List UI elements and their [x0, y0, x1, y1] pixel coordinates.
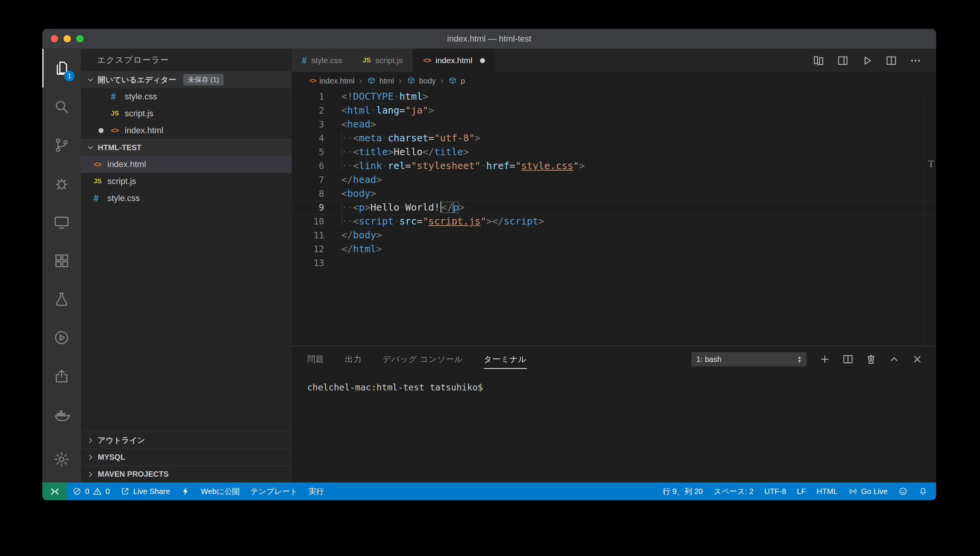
close-panel-button[interactable] [911, 353, 923, 365]
status-text: 0 [105, 487, 110, 496]
file-index.html[interactable]: <>index.html [81, 156, 292, 173]
eol-status[interactable]: LF [791, 482, 811, 500]
remote-indicator[interactable] [42, 482, 67, 500]
activity-run-circle[interactable] [42, 318, 81, 357]
code-token: < [341, 119, 347, 130]
encoding-status[interactable]: UTF-8 [759, 482, 792, 500]
maximize-panel-button[interactable] [888, 353, 900, 365]
cursor-position-status[interactable]: 行 9、列 20 [657, 482, 708, 500]
panel-tab-debug-console[interactable]: デバッグ コンソール [383, 346, 463, 372]
code-line-12[interactable]: 12</html> [292, 242, 936, 256]
tab-script.js[interactable]: JSscript.js [353, 49, 413, 72]
close-icon [911, 353, 923, 365]
close-window-button[interactable] [51, 35, 58, 42]
feedback-status[interactable] [893, 482, 913, 500]
activity-source-control[interactable] [42, 126, 81, 164]
panel-tab-terminal[interactable]: ターミナル [484, 346, 527, 372]
code-line-6[interactable]: 6··<link·rel="stylesheet"·href="style.cs… [292, 159, 936, 173]
open-editors-header[interactable]: 開いているエディター未保存 (1) [81, 71, 292, 88]
terminal-shell-select[interactable]: 1: bash ▲▼ [691, 352, 807, 367]
code-token: < [353, 202, 359, 213]
new-terminal-button[interactable] [819, 353, 831, 365]
open-preview-button[interactable] [837, 55, 849, 67]
more-actions-button[interactable] [910, 55, 921, 67]
plus-icon [819, 353, 831, 365]
activity-live-share[interactable] [42, 357, 81, 395]
activity-test[interactable] [42, 280, 81, 318]
terminal-output[interactable]: chelchel-mac:html-test tatsuhiko$ [292, 372, 936, 482]
split-terminal-button[interactable] [842, 353, 854, 365]
titlebar[interactable]: index.html — html-test [42, 29, 936, 49]
go-live-status[interactable]: Go Live [843, 482, 893, 500]
code-token: Hello [370, 202, 399, 213]
code-line-13[interactable]: 13 [292, 256, 936, 270]
activity-search[interactable] [42, 87, 81, 126]
code-line-2[interactable]: 2<html·lang="ja"> [292, 104, 936, 117]
code-token: > [486, 216, 492, 227]
section-outline[interactable]: アウトライン [81, 432, 292, 449]
code-token: > [579, 160, 585, 171]
open-editor-index.html[interactable]: <>index.html [81, 122, 292, 139]
activity-extensions[interactable] [42, 241, 81, 280]
notifications-status[interactable] [913, 482, 933, 500]
code-token: ·· [341, 160, 353, 171]
tab-index.html[interactable]: <>index.html [413, 49, 495, 72]
open-changes-button[interactable] [813, 55, 824, 67]
minimap[interactable]: T [923, 90, 936, 346]
run-code-button[interactable] [861, 55, 873, 67]
minimize-window-button[interactable] [64, 35, 71, 42]
file-script.js[interactable]: JSscript.js [81, 173, 292, 190]
folder-header[interactable]: HTML-TEST [81, 139, 292, 156]
activity-explorer[interactable]: 1 [42, 49, 81, 87]
code-line-11[interactable]: 11</body> [292, 228, 936, 242]
breadcrumb-separator: › [359, 75, 362, 86]
breadcrumb-item-html[interactable]: html [367, 76, 394, 85]
chevronRight-icon [85, 452, 95, 462]
file-style.css[interactable]: #style.css [81, 190, 292, 207]
code-line-4[interactable]: 4··<meta·charset="utf-8"> [292, 131, 936, 145]
code-line-8[interactable]: 8<body> [292, 187, 936, 201]
code-token: · [480, 160, 486, 171]
code-line-9[interactable]: 9··<p>Hello·World!</p> [292, 201, 936, 214]
code-token: · [382, 132, 388, 144]
live-share-status[interactable]: Live Share [115, 482, 176, 500]
line-content: ··<script·src="script.js"></script> [341, 214, 544, 228]
language-status[interactable]: HTML [811, 482, 843, 500]
code-line-1[interactable]: 1<!DOCTYPE·html> [292, 90, 936, 104]
activity-remote-explorer[interactable] [42, 203, 81, 241]
activity-docker[interactable] [42, 395, 81, 434]
code-line-7[interactable]: 7</head> [292, 173, 936, 187]
status-left: 00Live ShareWebに公開テンプレート実行 [42, 482, 329, 500]
kill-terminal-button[interactable] [865, 353, 877, 365]
code-line-10[interactable]: 10··<script·src="script.js"></script> [292, 214, 936, 228]
code-line-3[interactable]: 3<head> [292, 117, 936, 131]
breadcrumb-item-index.html[interactable]: <>index.html [309, 77, 355, 85]
flash-status[interactable] [176, 482, 196, 500]
tab-style.css[interactable]: #style.css [292, 49, 353, 72]
section-label: MYSQL [98, 453, 125, 462]
template-status[interactable]: テンプレート [245, 482, 303, 500]
status-text: 0 [85, 487, 89, 496]
panel-tab-output[interactable]: 出力 [345, 346, 362, 372]
open-editor-script.js[interactable]: JSscript.js [81, 105, 292, 122]
breadcrumb-item-body[interactable]: body [406, 76, 436, 85]
html-file-icon: <> [309, 77, 316, 84]
terminal-prompt: chelchel-mac:html-test tatsuhiko$ [307, 382, 483, 392]
split-editor-button[interactable] [885, 55, 897, 67]
section-maven-projects[interactable]: MAVEN PROJECTS [81, 466, 292, 482]
trash-icon [865, 353, 877, 365]
problems-status[interactable]: 00 [67, 482, 115, 500]
code-editor[interactable]: 1<!DOCTYPE·html>2<html·lang="ja">3<head>… [292, 90, 936, 346]
activity-settings[interactable] [42, 440, 81, 479]
indent-status[interactable]: スペース: 2 [708, 482, 759, 500]
code-line-5[interactable]: 5··<title>Hello</title> [292, 145, 936, 159]
panel-tab-problems[interactable]: 問題 [307, 346, 324, 372]
tab-label: script.js [375, 56, 403, 65]
open-editor-style.css[interactable]: #style.css [81, 88, 292, 105]
section-mysql[interactable]: MYSQL [81, 449, 292, 466]
zoom-window-button[interactable] [76, 35, 84, 42]
activity-debug[interactable] [42, 164, 81, 203]
breadcrumb-item-p[interactable]: p [448, 76, 465, 85]
run-status[interactable]: 実行 [303, 482, 329, 500]
publish-to-web-status[interactable]: Webに公開 [196, 482, 245, 500]
